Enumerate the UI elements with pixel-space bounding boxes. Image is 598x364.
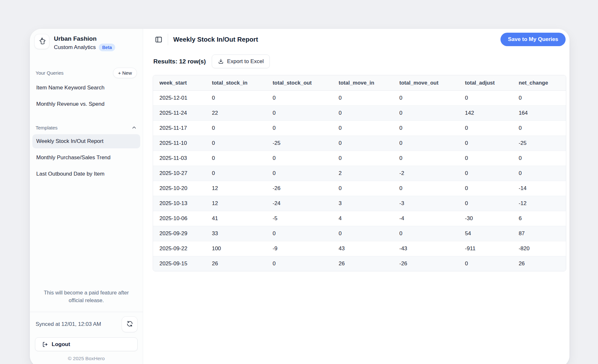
- table-cell-total_adjust: 54: [458, 226, 512, 241]
- table-cell-total_move_in: 2: [332, 166, 393, 181]
- table-cell-total_stock_out: 0: [266, 256, 332, 271]
- templates-header: Templates: [30, 123, 143, 132]
- brand-logo: [34, 34, 49, 49]
- table-cell-total_move_in: 0: [332, 226, 393, 241]
- table-cell-total_move_in: 0: [332, 120, 393, 136]
- column-header-total_stock_in: total_stock_in: [205, 75, 266, 91]
- main-panel: Weekly Stock In/Out Report Save to My Qu…: [143, 29, 569, 364]
- column-header-total_adjust: total_adjust: [458, 75, 512, 91]
- sidebar-toggle-button[interactable]: [153, 34, 164, 45]
- table-cell-week_start: 2025-11-10: [153, 136, 205, 151]
- table-cell-total_adjust: 0: [458, 136, 512, 151]
- table-cell-total_adjust: 142: [458, 105, 512, 120]
- table-cell-total_stock_in: 22: [205, 105, 266, 120]
- refresh-button[interactable]: [122, 316, 138, 332]
- save-to-my-queries-button[interactable]: Save to My Queries: [500, 33, 566, 46]
- table-cell-total_move_out: -4: [393, 211, 459, 226]
- table-cell-total_move_in: 3: [332, 196, 393, 211]
- results-table: week_starttotal_stock_intotal_stock_outt…: [153, 75, 566, 271]
- table-cell-total_move_out: -2: [393, 166, 459, 181]
- table-row: 2025-09-22100-943-43-911-820: [153, 241, 566, 256]
- table-cell-net_change: 0: [512, 120, 566, 136]
- sidebar-item-monthly-purchase-sales-trend[interactable]: Monthly Purchase/Sales Trend: [32, 151, 140, 165]
- table-cell-total_stock_out: 0: [266, 166, 332, 181]
- logout-label: Logout: [52, 341, 70, 348]
- table-cell-total_stock_out: -24: [266, 196, 332, 211]
- table-cell-total_move_out: -43: [393, 241, 459, 256]
- table-cell-total_stock_out: -9: [266, 241, 332, 256]
- table-cell-net_change: -14: [512, 181, 566, 196]
- brand-text: Urban Fashion Custom Analytics Beta: [54, 34, 115, 51]
- table-cell-net_change: -25: [512, 136, 566, 151]
- table-cell-net_change: -820: [512, 241, 566, 256]
- sidebar-item-last-outbound-date-by-item[interactable]: Last Outbound Date by Item: [32, 167, 140, 181]
- sidebar-item-item-name-keyword-search[interactable]: Item Name Keyword Search: [32, 81, 140, 95]
- export-to-excel-button[interactable]: Export to Excel: [212, 54, 270, 68]
- copyright: © 2025 BoxHero: [35, 351, 138, 364]
- sidebar-item-monthly-revenue-vs-spend[interactable]: Monthly Revenue vs. Spend: [32, 97, 140, 111]
- table-cell-week_start: 2025-10-20: [153, 181, 205, 196]
- table-cell-total_adjust: 0: [458, 91, 512, 105]
- table-cell-week_start: 2025-11-24: [153, 105, 205, 120]
- sidebar-item-weekly-stock-in-out-report[interactable]: Weekly Stock In/Out Report: [32, 134, 140, 148]
- table-cell-week_start: 2025-09-29: [153, 226, 205, 241]
- table-cell-total_adjust: 0: [458, 120, 512, 136]
- sidebar: Urban Fashion Custom Analytics Beta Your…: [30, 29, 143, 364]
- table-cell-total_stock_out: -5: [266, 211, 332, 226]
- table-cell-total_move_in: 0: [332, 136, 393, 151]
- table-cell-total_stock_in: 0: [205, 166, 266, 181]
- table-cell-total_adjust: 0: [458, 181, 512, 196]
- table-cell-total_move_out: 0: [393, 226, 459, 241]
- table-cell-total_move_in: 0: [332, 151, 393, 166]
- header-divider: [168, 34, 168, 45]
- table-cell-total_adjust: 0: [458, 166, 512, 181]
- templates-label: Templates: [36, 125, 57, 130]
- new-query-button[interactable]: + New: [113, 68, 137, 78]
- page-title: Weekly Stock In/Out Report: [173, 36, 258, 43]
- table-cell-week_start: 2025-11-17: [153, 120, 205, 136]
- synced-status: Synced at 12/01, 12:03 AM: [35, 321, 101, 327]
- table-cell-total_stock_in: 0: [205, 91, 266, 105]
- table-row: 2025-12-01000000: [153, 91, 566, 105]
- table-cell-week_start: 2025-10-27: [153, 166, 205, 181]
- table-row: 2025-10-2012-26000-14: [153, 181, 566, 196]
- table-row: 2025-11-17000000: [153, 120, 566, 136]
- table-cell-total_move_in: 0: [332, 91, 393, 105]
- table-cell-total_stock_in: 0: [205, 136, 266, 151]
- your-queries-header: Your Queries + New: [30, 67, 143, 79]
- beta-badge: Beta: [99, 44, 115, 51]
- table-cell-total_move_out: -3: [393, 196, 459, 211]
- table-row: 2025-11-100-25000-25: [153, 136, 566, 151]
- table-cell-total_adjust: -911: [458, 241, 512, 256]
- table-cell-net_change: 26: [512, 256, 566, 271]
- chevron-up-icon[interactable]: [131, 125, 137, 130]
- table-cell-total_move_in: 0: [332, 105, 393, 120]
- results-count: Results: 12 row(s): [153, 58, 206, 65]
- table-cell-total_move_in: 43: [332, 241, 393, 256]
- table-cell-net_change: 87: [512, 226, 566, 241]
- table-cell-total_stock_in: 100: [205, 241, 266, 256]
- table-cell-total_stock_in: 41: [205, 211, 266, 226]
- table-row: 2025-10-1312-243-30-12: [153, 196, 566, 211]
- table-cell-week_start: 2025-10-13: [153, 196, 205, 211]
- table-cell-net_change: -12: [512, 196, 566, 211]
- table-row: 2025-10-27002-200: [153, 166, 566, 181]
- table-cell-week_start: 2025-11-03: [153, 151, 205, 166]
- table-row: 2025-09-29330005487: [153, 226, 566, 241]
- tshirt-hanger-icon: [38, 37, 47, 47]
- table-cell-total_move_out: 0: [393, 105, 459, 120]
- table-cell-total_adjust: -30: [458, 211, 512, 226]
- table-cell-total_stock_in: 0: [205, 120, 266, 136]
- column-header-total_move_out: total_move_out: [393, 75, 459, 91]
- table-row: 2025-09-1526026-26026: [153, 256, 566, 271]
- app-card: Urban Fashion Custom Analytics Beta Your…: [30, 29, 569, 364]
- table-cell-total_move_in: 0: [332, 181, 393, 196]
- refresh-icon: [126, 320, 133, 328]
- paid-feature-note: This will become a paid feature after of…: [30, 289, 143, 304]
- table-cell-total_stock_in: 26: [205, 256, 266, 271]
- column-header-week_start: week_start: [153, 75, 205, 91]
- export-label: Export to Excel: [227, 58, 264, 65]
- table-cell-total_move_out: 0: [393, 151, 459, 166]
- logout-button[interactable]: Logout: [35, 337, 138, 351]
- brand: Urban Fashion Custom Analytics Beta: [30, 29, 143, 51]
